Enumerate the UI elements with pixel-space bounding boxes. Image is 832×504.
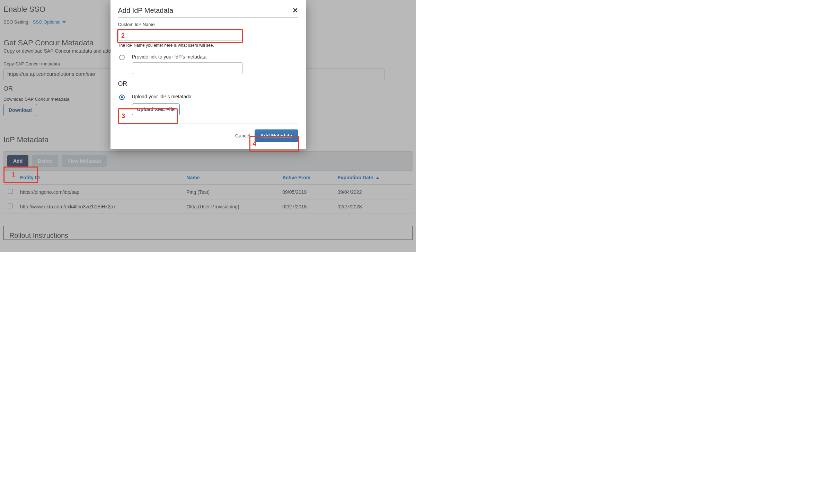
upload-xml-button[interactable]: Upload XML File <box>132 104 180 115</box>
custom-idp-name-help: The IdP Name you enter here is what user… <box>118 43 298 48</box>
upload-metadata-label: Upload your IdP's metatada <box>132 94 298 99</box>
or-text-modal: OR <box>118 80 298 88</box>
close-icon[interactable]: ✕ <box>292 6 298 15</box>
custom-idp-name-input[interactable] <box>118 29 243 41</box>
add-idp-metadata-modal: Add IdP Metadata ✕ Custom IdP Name The I… <box>110 0 306 149</box>
provide-link-input[interactable] <box>132 62 243 74</box>
custom-idp-name-label: Custom IdP Name <box>118 22 298 27</box>
modal-title: Add IdP Metadata <box>118 7 174 15</box>
provide-link-label: Provide link to your IdP's metadata <box>132 54 298 60</box>
add-metadata-button[interactable]: Add Metadata <box>255 129 298 142</box>
upload-metadata-radio[interactable] <box>119 94 125 100</box>
provide-link-radio[interactable] <box>119 55 125 60</box>
cancel-button[interactable]: Cancel <box>235 133 250 138</box>
